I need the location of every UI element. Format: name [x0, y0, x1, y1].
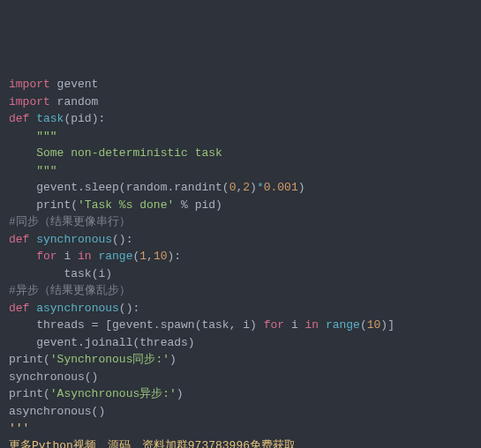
paren: ) [169, 353, 177, 366]
builtin-range: range [326, 318, 360, 332]
call: gevent.joinall(threads) [36, 336, 194, 349]
number: 1 [139, 250, 147, 263]
space [319, 318, 326, 332]
code-line: threads = [gevent.spawn(task, i) for i i… [9, 317, 472, 334]
string: 'Synchronous同步:' [50, 353, 169, 366]
operator: * [257, 181, 264, 194]
paren: )] [380, 318, 395, 332]
code-line: def asynchronous(): [9, 300, 472, 317]
keyword-in: in [304, 318, 319, 332]
code-line: print('Asynchronous异步:') [9, 385, 472, 403]
call: print( [9, 353, 50, 366]
paren: ) [177, 387, 184, 400]
var: i [57, 250, 78, 263]
indent [9, 198, 36, 212]
code-line: 更多Python视频、源码、资料加群973783996免费获取 [9, 437, 472, 449]
module-name: gevent [50, 78, 99, 91]
code-line: import gevent [9, 76, 472, 93]
code-line: def task(pid): [9, 110, 472, 128]
string: 'Task %s done' [78, 198, 174, 212]
number: 2 [243, 181, 250, 194]
comment: #同步（结果更像串行） [9, 215, 131, 228]
indent [9, 146, 36, 160]
indent [9, 250, 36, 263]
code-line: #异步（结果更像乱步） [9, 282, 472, 300]
code-line: for i in range(1,10): [9, 248, 472, 265]
call: print( [9, 387, 50, 400]
paren: ): [168, 250, 182, 263]
code-line: gevent.joinall(threads) [9, 334, 472, 352]
number: 10 [367, 318, 381, 332]
footer-text: 更多Python视频、源码、资料加群973783996免费获取 [9, 439, 296, 449]
code-line: Some non-deterministic task [9, 145, 472, 162]
call: synchronous() [9, 370, 98, 384]
code-line: synchronous() [9, 369, 472, 386]
call: asynchronous() [9, 405, 105, 418]
keyword-import: import [9, 95, 50, 108]
keyword-def: def [9, 302, 36, 315]
code-line: asynchronous() [9, 403, 472, 421]
docstring: """ [36, 164, 56, 177]
var: i [284, 318, 304, 332]
code-line: import random [9, 93, 472, 111]
params: (pid): [64, 112, 105, 125]
triple-quote: ''' [9, 422, 29, 435]
code-line: ''' [9, 420, 472, 437]
code-line: def synchronous(): [9, 231, 472, 249]
number: 10 [154, 250, 168, 263]
call: print( [36, 198, 78, 212]
keyword-for: for [36, 250, 56, 263]
code-line: print('Task %s done' % pid) [9, 197, 472, 214]
paren: ( [360, 318, 367, 332]
number: 0.001 [264, 181, 298, 194]
code-line: task(i) [9, 265, 472, 283]
keyword-for: for [264, 318, 284, 332]
indent [9, 130, 36, 143]
paren: ) [250, 181, 257, 194]
comment: #异步（结果更像乱步） [9, 284, 131, 297]
indent [9, 267, 64, 280]
function-name: task [36, 112, 64, 125]
code-block: import geventimport randomdef task(pid):… [9, 76, 472, 448]
indent [9, 164, 36, 177]
call: gevent.sleep(random.randint( [36, 181, 229, 194]
params: (): [112, 233, 132, 246]
keyword-def: def [9, 112, 36, 125]
function-name: asynchronous [36, 302, 119, 315]
code-line: """ [9, 162, 472, 180]
module-name: random [50, 95, 99, 108]
code-text: threads = [gevent.spawn(task, i) [36, 318, 263, 332]
docstring: """ [36, 130, 56, 143]
code-line: gevent.sleep(random.randint(0,2)*0.001) [9, 179, 472, 197]
rest: % pid) [174, 198, 222, 212]
builtin-range: range [98, 250, 132, 263]
indent [9, 318, 36, 332]
code-line: print('Synchronous同步:') [9, 351, 472, 369]
string: 'Asynchronous异步:' [50, 387, 177, 400]
function-name: synchronous [36, 233, 112, 246]
params: (): [119, 302, 139, 315]
call: task(i) [64, 267, 112, 280]
paren: ) [298, 181, 305, 194]
docstring: Some non-deterministic task [36, 146, 222, 160]
code-line: """ [9, 128, 472, 146]
keyword-def: def [9, 233, 36, 246]
comma: , [147, 250, 154, 263]
keyword-import: import [9, 78, 50, 91]
code-line: #同步（结果更像串行） [9, 213, 472, 231]
keyword-in: in [78, 250, 92, 263]
indent [9, 336, 36, 349]
indent [9, 181, 36, 194]
